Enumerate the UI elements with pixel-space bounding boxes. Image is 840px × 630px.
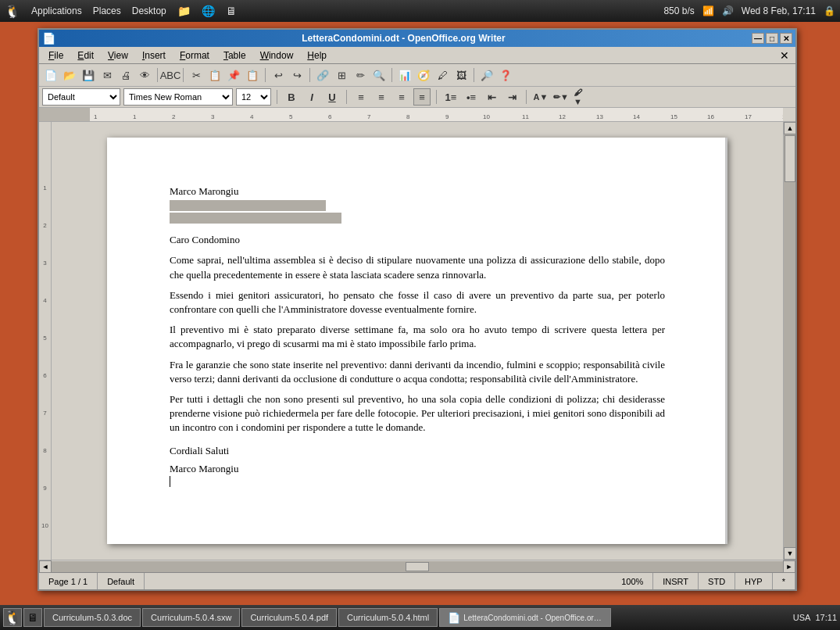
taskbar-app-3[interactable]: Curriculum-5.0.4.pdf xyxy=(241,608,337,627)
scroll-right-button[interactable]: ► xyxy=(783,560,795,573)
highlight-button[interactable]: ✏▼ xyxy=(552,88,570,106)
h-scrollbar: ◄ ► xyxy=(39,560,795,572)
maximize-button[interactable]: □ xyxy=(766,33,778,44)
taskbar-right: USA 17:11 xyxy=(793,613,837,622)
desktop-menu[interactable]: Desktop xyxy=(132,5,166,16)
font-select[interactable]: Times New Roman xyxy=(123,88,233,106)
file-manager-icon[interactable]: 📁 xyxy=(177,5,191,17)
draw-button[interactable]: ✏ xyxy=(352,66,369,84)
background-color-button[interactable]: 🖌▼ xyxy=(573,88,590,106)
taskbar-apps: 🐧 Applications Places Desktop 📁 🌐 🖥 xyxy=(5,4,237,19)
page[interactable]: Marco Marongiu Caro Condomino Come sapra… xyxy=(107,138,727,544)
open-button[interactable]: 📂 xyxy=(61,66,78,84)
bold-button[interactable]: B xyxy=(283,88,300,106)
align-right-button[interactable]: ≡ xyxy=(393,88,410,106)
body-para-1: Come saprai, nell'ultima assemblea si è … xyxy=(170,253,665,281)
menu-table[interactable]: Table xyxy=(217,48,252,63)
save-button[interactable]: 💾 xyxy=(80,66,97,84)
undo-button[interactable]: ↩ xyxy=(270,66,287,84)
right-scrollbar: ▲ ▼ xyxy=(783,122,795,560)
terminal-icon[interactable]: 🖥 xyxy=(226,5,237,17)
close-doc-button[interactable]: ✕ xyxy=(777,48,792,63)
scroll-up-button[interactable]: ▲ xyxy=(784,122,795,134)
paste-button[interactable]: 📌 xyxy=(225,66,242,84)
minimize-button[interactable]: — xyxy=(752,33,764,44)
new-button[interactable]: 📄 xyxy=(42,66,59,84)
scrollbar-thumb[interactable] xyxy=(785,135,795,182)
decrease-indent-button[interactable]: ⇤ xyxy=(483,88,500,106)
datasources-button[interactable]: 📊 xyxy=(396,66,413,84)
taskbar-active-app[interactable]: 📄 LetteraCondomini.odt - OpenOffice.org … xyxy=(439,608,611,627)
network-icon: 📶 xyxy=(702,5,714,16)
copy-button[interactable]: 📋 xyxy=(206,66,223,84)
zoom-button[interactable]: 🔎 xyxy=(478,66,495,84)
menu-insert[interactable]: Insert xyxy=(136,48,172,63)
hyperlink-button[interactable]: 🔗 xyxy=(314,66,331,84)
taskbar-app-1[interactable]: Curriculum-5.0.3.doc xyxy=(44,608,141,627)
start-button[interactable]: 🐧 xyxy=(3,608,22,627)
print-button[interactable]: 🖨 xyxy=(117,66,134,84)
address-line2 xyxy=(170,213,341,224)
preview-button[interactable]: 👁 xyxy=(136,66,153,84)
menu-file[interactable]: File xyxy=(42,48,70,63)
taskbar-app-2[interactable]: Curriculum-5.0.4.sxw xyxy=(142,608,240,627)
gallery-button[interactable]: 🖼 xyxy=(452,66,470,84)
styles-button[interactable]: 🖊 xyxy=(434,66,451,84)
size-select[interactable]: 12 xyxy=(236,88,271,106)
menu-view[interactable]: View xyxy=(102,48,134,63)
spellcheck-button[interactable]: ABC xyxy=(162,66,179,84)
paste-special-button[interactable]: 📋 xyxy=(244,66,261,84)
ruler-left xyxy=(39,108,90,121)
bullets-button[interactable]: •≡ xyxy=(463,88,480,106)
ruler-mark-10: 10 xyxy=(39,522,51,560)
align-left-button[interactable]: ≡ xyxy=(352,88,370,106)
scroll-down-button[interactable]: ▼ xyxy=(784,547,795,560)
greeting: Caro Condomino xyxy=(170,233,665,247)
statusbar: Page 1 / 1 Default 100% INSRT STD HYP * xyxy=(39,572,795,589)
navigator-button[interactable]: 🧭 xyxy=(415,66,432,84)
show-desktop-icon[interactable]: 🖥 xyxy=(23,608,42,627)
menu-format[interactable]: Format xyxy=(173,48,216,63)
numbering-button[interactable]: 1≡ xyxy=(442,88,459,106)
find-button[interactable]: 🔍 xyxy=(370,66,388,84)
ruler: 1 1 2 3 4 5 6 7 8 9 10 11 12 13 14 15 16… xyxy=(39,108,795,122)
format-toolbar: Default Times New Roman 12 B I U ≡ ≡ ≡ ≡… xyxy=(39,87,795,108)
page-style: Default xyxy=(98,573,145,589)
scroll-left-button[interactable]: ◄ xyxy=(39,560,52,573)
taskbar-app-4[interactable]: Curriculum-5.0.4.html xyxy=(338,608,438,627)
ruler-mark-2: 2 xyxy=(39,222,51,260)
redo-button[interactable]: ↪ xyxy=(288,66,306,84)
cut-button[interactable]: ✂ xyxy=(188,66,205,84)
taskbar-status: 850 b/s 📶 🔊 Wed 8 Feb, 17:11 🔒 xyxy=(663,5,835,16)
style-select[interactable]: Default xyxy=(42,88,120,106)
help-button[interactable]: ❓ xyxy=(497,66,514,84)
email-button[interactable]: ✉ xyxy=(98,66,116,84)
scrollbar-track[interactable] xyxy=(784,134,795,547)
h-scrollbar-thumb[interactable] xyxy=(406,562,429,571)
closing: Cordiali Saluti xyxy=(170,444,665,458)
tb-sep6 xyxy=(474,68,474,82)
tb-sep5 xyxy=(391,68,392,82)
doc-scroll-area[interactable]: Marco Marongiu Caro Condomino Come sapra… xyxy=(52,122,783,560)
h-scrollbar-track[interactable] xyxy=(52,561,783,572)
ruler-mark-8: 8 xyxy=(39,447,51,485)
menu-help[interactable]: Help xyxy=(301,48,333,63)
underline-button[interactable]: U xyxy=(323,88,341,106)
justify-button[interactable]: ≡ xyxy=(413,88,431,106)
applications-menu[interactable]: Applications xyxy=(31,5,82,16)
fmt-sep4 xyxy=(526,90,527,104)
browser-icon[interactable]: 🌐 xyxy=(202,5,215,17)
table-button[interactable]: ⊞ xyxy=(333,66,350,84)
increase-indent-button[interactable]: ⇥ xyxy=(503,88,520,106)
menu-edit[interactable]: Edit xyxy=(71,48,100,63)
close-button[interactable]: ✕ xyxy=(780,33,792,44)
align-center-button[interactable]: ≡ xyxy=(373,88,390,106)
menu-window[interactable]: Window xyxy=(254,48,300,63)
font-color-button[interactable]: A▼ xyxy=(532,88,549,106)
zoom-level: 100% xyxy=(612,573,653,589)
body-para-5: Per tutti i dettagli che non sono presen… xyxy=(170,392,665,435)
modified-indicator: * xyxy=(773,573,795,589)
places-menu[interactable]: Places xyxy=(93,5,121,16)
italic-button[interactable]: I xyxy=(303,88,320,106)
tb-sep4 xyxy=(309,68,310,82)
